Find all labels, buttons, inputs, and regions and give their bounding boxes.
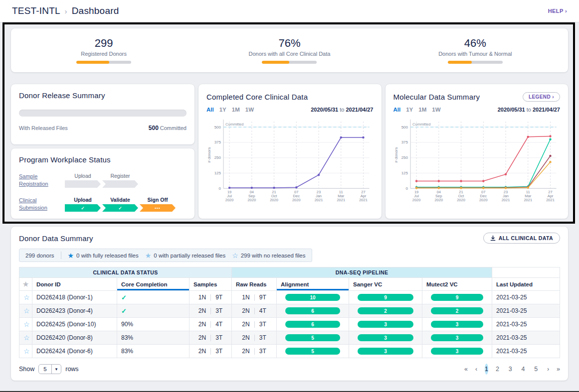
rows-label: rows: [65, 366, 78, 373]
favorite-star-icon[interactable]: ☆: [23, 334, 30, 342]
alignment-pill[interactable]: 6: [285, 307, 340, 314]
donor-id-cell[interactable]: DO262425 (Donor-10): [32, 318, 117, 331]
step-register: Register: [102, 173, 138, 188]
table-row: ☆ DO262423 (Donor-4) ✓ 2N3T 2N4T 6 2 2 2…: [19, 304, 560, 318]
svg-text:500: 500: [214, 125, 221, 130]
clinical-submission-link[interactable]: Clinical Submission: [19, 197, 59, 212]
filter-fully-released[interactable]: ★ 0 with fully released files: [68, 252, 139, 259]
donor-data-summary-card: Donor Data Summary ALL CLINICAL DATA 299…: [11, 227, 568, 381]
page-size-select[interactable]: 5 ▾: [38, 364, 61, 374]
svg-text:375: 375: [214, 140, 221, 144]
dashboard-page: TEST-INTL › Dashboard HELP › 299 Registe…: [0, 0, 579, 392]
donor-release-summary-card: Donor Release Summary With Released File…: [11, 84, 194, 144]
program-name[interactable]: TEST-INTL: [12, 5, 60, 16]
table-row: ☆ DO262424 (Donor-6) 83% 2N3T 2N3T 5 3 3…: [19, 345, 560, 358]
donor-summary-table: CLINICAL DATA STATUS DNA-SEQ PIPELINE ★ …: [19, 267, 560, 358]
star-header-icon[interactable]: ★: [19, 278, 32, 291]
tab-1m[interactable]: 1M: [232, 107, 240, 113]
page-button-5[interactable]: 5: [534, 366, 540, 373]
first-page-button[interactable]: «: [464, 366, 468, 373]
step-validate: Validate ✓: [102, 197, 138, 212]
tab-1m[interactable]: 1M: [418, 107, 426, 113]
sample-registration-row: Sample Registration Upload Register: [19, 173, 187, 188]
col-sanger-vc[interactable]: Sanger VC: [349, 278, 422, 291]
group-empty: [492, 267, 560, 278]
clinical-data-line-chart: 012525037550019Jul202004Sep202021Oct2020…: [206, 115, 374, 208]
star-outline-icon: ☆: [232, 252, 238, 259]
sanger-vc-pill[interactable]: 2: [358, 307, 413, 314]
card-title: Program Workplace Status: [19, 155, 187, 164]
col-donor-id[interactable]: Donor ID: [32, 278, 117, 291]
sample-registration-link[interactable]: Sample Registration: [19, 173, 59, 188]
ellipsis-icon: •••: [155, 206, 160, 210]
svg-text:# donors: # donors: [394, 147, 398, 163]
svg-text:04Sep2020: 04Sep2020: [434, 190, 443, 202]
check-icon: ✓: [118, 206, 122, 211]
svg-text:23Jan2021: 23Jan2021: [315, 190, 323, 202]
stat-label: Donors with Tumour & Normal: [438, 51, 512, 57]
tab-all[interactable]: All: [393, 107, 401, 113]
step-upload: Upload ✓: [65, 197, 101, 212]
col-raw-reads[interactable]: Raw Reads: [232, 278, 277, 291]
legend-button[interactable]: LEGEND ›: [523, 92, 560, 102]
donor-id-cell[interactable]: DO262420 (Donor-8): [32, 331, 117, 345]
mutect2-vc-pill[interactable]: 3: [431, 348, 484, 355]
page-button-1[interactable]: 1: [485, 364, 488, 375]
committed-count: 500Committed: [149, 125, 187, 131]
filter-no-released[interactable]: ☆ 299 with no released files: [232, 252, 305, 259]
col-last-updated[interactable]: Last Updated: [492, 278, 560, 291]
col-core-completion[interactable]: Core Completion: [117, 278, 190, 291]
all-clinical-data-button[interactable]: ALL CLINICAL DATA: [483, 233, 560, 244]
chevron-down-icon: ▾: [51, 365, 61, 374]
stat-label: Donors with all Core Clinical Data: [249, 51, 331, 57]
sanger-vc-pill[interactable]: 9: [358, 294, 413, 301]
col-mutect2-vc[interactable]: Mutect2 VC: [422, 278, 492, 291]
donor-id-cell[interactable]: DO262424 (Donor-6): [32, 345, 117, 358]
step-chevron-pending: [65, 180, 101, 188]
tab-1w[interactable]: 1W: [245, 107, 254, 113]
tab-1y[interactable]: 1Y: [219, 107, 226, 113]
next-page-button[interactable]: ›: [547, 366, 549, 373]
sanger-vc-pill[interactable]: 3: [358, 348, 413, 355]
stat-value: 46%: [464, 37, 486, 50]
prev-page-button[interactable]: ‹: [475, 366, 477, 373]
favorite-star-icon[interactable]: ☆: [23, 320, 30, 328]
col-samples[interactable]: Samples: [190, 278, 232, 291]
mutect2-vc-pill[interactable]: 9: [431, 294, 484, 301]
col-alignment[interactable]: Alignment: [277, 278, 349, 291]
page-button-4[interactable]: 4: [521, 366, 527, 373]
filter-partially-released[interactable]: ★ 0 with partially released files: [145, 252, 225, 259]
alignment-pill[interactable]: 6: [285, 321, 340, 328]
sanger-vc-pill[interactable]: 3: [358, 321, 413, 328]
donors-count: 299 donors: [25, 253, 54, 259]
last-updated-cell: 2021-03-25: [492, 345, 560, 358]
donor-id-cell[interactable]: DO262423 (Donor-4): [32, 304, 117, 318]
svg-text:500: 500: [401, 125, 408, 130]
donor-id-cell[interactable]: DO262418 (Donor-1): [32, 291, 117, 304]
help-link[interactable]: HELP ›: [548, 8, 567, 14]
page-button-2[interactable]: 2: [496, 366, 501, 373]
table-group-header: CLINICAL DATA STATUS DNA-SEQ PIPELINE: [19, 267, 560, 278]
tab-1y[interactable]: 1Y: [406, 107, 413, 113]
page-button-3[interactable]: 3: [509, 366, 514, 373]
card-title: Completed Core Clinical Data: [206, 93, 308, 101]
sanger-vc-pill[interactable]: 3: [358, 334, 413, 341]
mutect2-vc-pill[interactable]: 2: [431, 307, 484, 314]
alignment-pill[interactable]: 5: [285, 334, 340, 341]
alignment-pill[interactable]: 10: [285, 294, 340, 301]
step-chevron-done: ✓: [65, 204, 101, 212]
svg-text:125: 125: [214, 171, 221, 175]
favorite-star-icon[interactable]: ☆: [23, 293, 30, 301]
tab-1w[interactable]: 1W: [432, 107, 440, 113]
alignment-pill[interactable]: 5: [285, 348, 340, 355]
stat-value: 76%: [278, 37, 300, 50]
stat-progress-fill: [76, 61, 109, 64]
tab-all[interactable]: All: [206, 107, 214, 113]
favorite-star-icon[interactable]: ☆: [23, 307, 30, 315]
mutect2-vc-pill[interactable]: 3: [431, 321, 484, 328]
mutect2-vc-pill[interactable]: 3: [431, 334, 484, 341]
svg-text:250: 250: [214, 155, 221, 160]
last-page-button[interactable]: »: [557, 366, 560, 373]
favorite-star-icon[interactable]: ☆: [23, 347, 30, 355]
range-tabs: All 1Y 1M 1W: [393, 107, 441, 113]
